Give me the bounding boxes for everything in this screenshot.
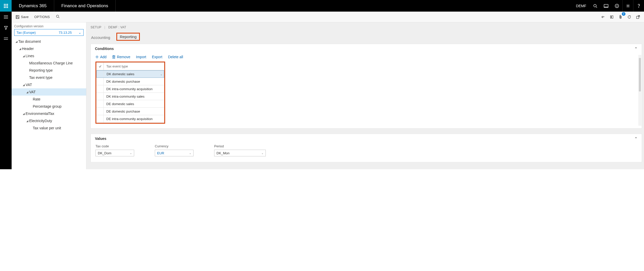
- nav-pane-toggle-icon[interactable]: [0, 12, 12, 22]
- search-icon[interactable]: [590, 0, 601, 12]
- module-title[interactable]: Finance and Operations: [54, 0, 116, 12]
- tree-node-rate[interactable]: Rate: [12, 96, 86, 103]
- chevron-down-icon: ⌄: [261, 152, 263, 155]
- svg-rect-5: [7, 5, 8, 6]
- breadcrumb-entity: DEMF : VAT: [108, 26, 126, 29]
- action-search-icon[interactable]: [53, 13, 62, 21]
- tree: ◢Tax document ◢Header ◢Lines Miscellaneo…: [12, 38, 86, 132]
- grid-cell: DK domestic sales: [107, 72, 134, 76]
- tree-node-reporting-type[interactable]: Reporting type: [12, 67, 86, 74]
- svg-point-15: [617, 5, 618, 5]
- tree-node-electricity-duty[interactable]: ◢ElectricityDuty: [12, 117, 86, 124]
- save-icon: [16, 15, 19, 19]
- detail-tabs: Accounting Reporting: [91, 33, 642, 41]
- svg-rect-29: [611, 16, 612, 18]
- grid-row[interactable]: DK intra-community acquisition: [96, 85, 164, 93]
- add-button[interactable]: Add: [95, 55, 107, 59]
- grid-cell: DE intra-community acquisition: [106, 117, 152, 121]
- grid-cell: DK intra-community acquisition: [106, 87, 152, 91]
- tree-node-percentage-group[interactable]: Percentage group: [12, 103, 86, 110]
- svg-rect-25: [17, 17, 19, 19]
- refresh-icon[interactable]: [625, 13, 633, 21]
- tab-accounting[interactable]: Accounting: [91, 34, 111, 41]
- values-collapse-icon[interactable]: ⌃: [634, 137, 638, 141]
- personalize-icon[interactable]: [599, 13, 607, 21]
- save-button[interactable]: Save: [14, 14, 31, 20]
- popout-icon[interactable]: [634, 13, 642, 21]
- filter-icon[interactable]: [0, 22, 12, 33]
- svg-rect-24: [17, 15, 18, 16]
- settings-icon[interactable]: [622, 0, 633, 12]
- conditions-toolbar: Add Remove Import Export Delete all: [91, 53, 642, 62]
- tree-node-vat-group[interactable]: ◢VAT: [12, 81, 86, 88]
- config-version-select[interactable]: Tax (Europe) 73.13.25 ⌄: [14, 29, 84, 36]
- plus-icon: [95, 55, 99, 58]
- grid-row[interactable]: DK domestic sales⌄: [96, 70, 164, 78]
- conditions-title: Conditions: [95, 47, 114, 51]
- config-name: Tax (Europe): [17, 31, 36, 35]
- values-title: Values: [95, 137, 106, 141]
- chevron-down-icon: ⌄: [78, 31, 81, 35]
- tree-node-tax-document[interactable]: ◢Tax document: [12, 38, 86, 45]
- tax-code-select[interactable]: DK_Dom ⌄: [95, 150, 134, 156]
- feedback-icon[interactable]: [611, 0, 622, 12]
- tree-node-vat[interactable]: ◢VAT: [12, 88, 86, 96]
- svg-rect-0: [4, 4, 5, 5]
- config-version-number: 73.13.25: [59, 31, 72, 35]
- grid-row[interactable]: DE domestic purchase: [96, 108, 164, 115]
- tree-node-lines[interactable]: ◢Lines: [12, 52, 86, 60]
- scrollbar[interactable]: [638, 55, 641, 126]
- detail-area: SETUP | DEMF : VAT Accounting Reporting: [86, 22, 644, 169]
- grid-row[interactable]: DE domestic sales: [96, 100, 164, 108]
- svg-rect-4: [5, 5, 6, 6]
- conditions-panel: Conditions ⌃ Add Remove: [91, 44, 642, 129]
- svg-line-10: [596, 7, 597, 8]
- office-addins-icon[interactable]: [608, 13, 616, 21]
- grid-cell: DK domestic purchase: [106, 80, 140, 83]
- options-tab[interactable]: OPTIONS: [31, 13, 54, 21]
- grid-row[interactable]: DK intra-community sales: [96, 93, 164, 100]
- action-pane: Save OPTIONS 0: [12, 12, 644, 22]
- company-code[interactable]: DEMF: [572, 4, 590, 8]
- grid-row[interactable]: DE intra-community acquisition: [96, 115, 164, 123]
- related-records-icon[interactable]: [0, 33, 12, 44]
- select-all-checkbox[interactable]: [96, 63, 104, 70]
- help-icon[interactable]: [633, 0, 644, 12]
- add-label: Add: [100, 55, 107, 59]
- svg-line-27: [59, 17, 59, 18]
- currency-select[interactable]: EUR ⌄: [155, 150, 194, 156]
- svg-rect-1: [5, 4, 6, 5]
- tree-node-misc-charge-line[interactable]: Miscellaneous Charge Line: [12, 60, 86, 67]
- grid-cell: DE domestic sales: [106, 102, 134, 106]
- svg-point-17: [638, 7, 639, 7]
- grid-header: Tax event type: [96, 63, 164, 70]
- tree-node-header[interactable]: ◢Header: [12, 45, 86, 52]
- config-version-label: Configuration version: [12, 24, 86, 29]
- svg-point-9: [594, 4, 596, 7]
- period-value: DK_Mon: [216, 151, 230, 155]
- conditions-collapse-icon[interactable]: ⌃: [634, 47, 638, 51]
- svg-point-16: [627, 5, 629, 6]
- column-header-tax-event-type[interactable]: Tax event type: [104, 64, 131, 68]
- brand-title[interactable]: Dynamics 365: [12, 0, 54, 12]
- grid-row[interactable]: DK domestic purchase: [96, 78, 164, 85]
- task-recorder-icon[interactable]: [601, 0, 611, 12]
- delete-all-button[interactable]: Delete all: [168, 55, 183, 59]
- breadcrumb-setup: SETUP: [91, 26, 101, 29]
- app-launcher-icon[interactable]: [0, 0, 12, 12]
- export-button[interactable]: Export: [152, 55, 162, 59]
- period-select[interactable]: DK_Mon ⌄: [214, 150, 266, 156]
- conditions-grid: Tax event type DK domestic sales⌄ DK dom…: [96, 62, 164, 123]
- import-button[interactable]: Import: [136, 55, 146, 59]
- tree-node-tax-event-type[interactable]: Tax event type: [12, 74, 86, 81]
- svg-rect-7: [5, 7, 6, 8]
- tab-reporting[interactable]: Reporting: [118, 34, 139, 39]
- values-panel: Values ⌃ Tax code DK_Dom ⌄: [91, 134, 642, 162]
- remove-button[interactable]: Remove: [112, 55, 130, 59]
- tree-node-environmental-tax[interactable]: ◢EnvironmentalTax: [12, 110, 86, 117]
- tree-node-tax-value-per-unit[interactable]: Tax value per unit: [12, 124, 86, 132]
- attachments-icon[interactable]: 0: [617, 13, 624, 21]
- top-bar: Dynamics 365 Finance and Operations DEMF: [0, 0, 644, 12]
- grid-cell: DE domestic purchase: [106, 109, 140, 113]
- chevron-down-icon[interactable]: ⌄: [160, 73, 162, 75]
